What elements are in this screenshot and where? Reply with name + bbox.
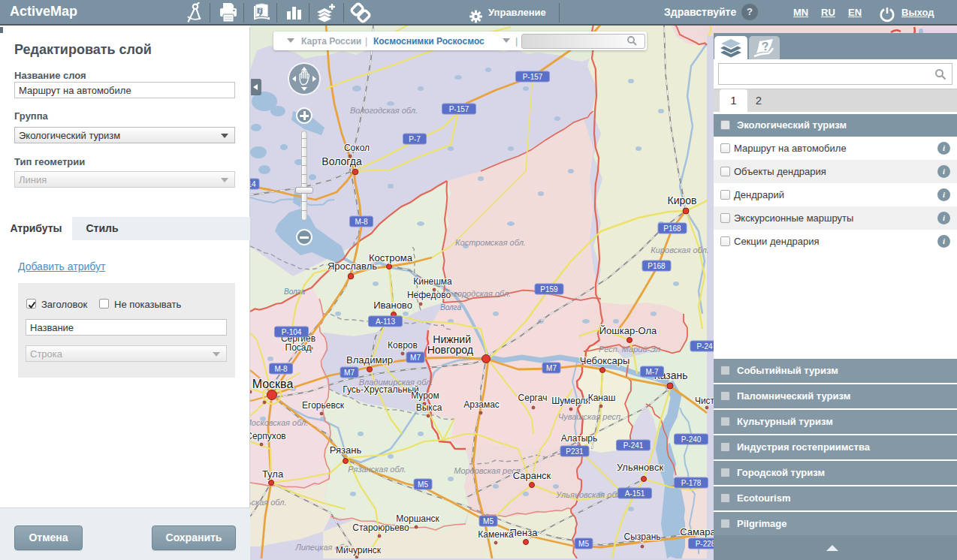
svg-text:Р-157: Р-157 (523, 73, 543, 81)
svg-text:Москва: Москва (252, 378, 294, 390)
svg-text:Кинешма: Кинешма (413, 276, 452, 287)
svg-text:Ковров: Ковров (388, 340, 418, 351)
svg-text:Алатырь: Алатырь (561, 433, 597, 444)
svg-text:Вологда: Вологда (322, 155, 362, 167)
svg-text:Гусь-Хрустальный: Гусь-Хрустальный (343, 384, 418, 395)
svg-text:Выкса: Выкса (416, 402, 442, 413)
svg-text:14: 14 (250, 180, 256, 188)
svg-text:Тула: Тула (262, 468, 284, 480)
svg-text:Р-178: Р-178 (681, 479, 702, 487)
svg-text:Йошкар-Ола: Йошкар-Ола (599, 325, 657, 336)
svg-text:Р168: Р168 (663, 224, 681, 233)
svg-text:?: ? (761, 39, 770, 53)
svg-text:Ульяновская обл.: Ульяновская обл. (555, 490, 623, 499)
svg-text:Р-157: Р-157 (449, 105, 469, 113)
svg-text:М5: М5 (418, 480, 428, 489)
svg-text:льская обл.: льская обл. (250, 498, 287, 507)
svg-text:Нефедово: Нефедово (407, 290, 451, 300)
svg-text:Саранск: Саранск (513, 470, 551, 481)
svg-text:Каменка: Каменка (478, 529, 514, 540)
svg-text:Костромская обл.: Костромская обл. (455, 238, 526, 247)
svg-text:Рязанская обл.: Рязанская обл. (348, 465, 406, 474)
svg-text:Мичуринск: Мичуринск (336, 545, 382, 555)
svg-text:М5: М5 (483, 517, 494, 525)
svg-text:Р168: Р168 (648, 262, 666, 270)
svg-text:Чист: Чист (695, 396, 715, 406)
svg-text:Муром: Муром (411, 390, 439, 401)
svg-text:М7: М7 (546, 364, 557, 372)
svg-text:Арзамас: Арзамас (463, 399, 500, 410)
svg-text:Вологодская обл.: Вологодская обл. (350, 106, 418, 115)
svg-text:Канаш: Канаш (588, 393, 616, 403)
svg-text:А-113: А-113 (376, 318, 395, 326)
svg-text:Волга: Волга (440, 303, 461, 312)
svg-text:Р-240: Р-240 (681, 435, 702, 444)
svg-text:Пенза: Пенза (510, 527, 539, 538)
svg-text:Кировская обл.: Кировская обл. (651, 245, 708, 254)
svg-text:Р159: Р159 (540, 285, 558, 294)
svg-text:Сокол: Сокол (344, 143, 370, 153)
svg-text:Шумерля: Шумерля (551, 396, 590, 406)
svg-text:Р-7: Р-7 (409, 135, 421, 143)
svg-text:Р-24: Р-24 (696, 342, 713, 351)
svg-text:Егорьевск: Егорьевск (302, 400, 345, 411)
svg-text:Староюрьево: Староюрьево (352, 522, 409, 533)
svg-text:Р-228: Р-228 (696, 540, 716, 548)
svg-text:М7: М7 (344, 369, 355, 377)
svg-text:Киров: Киров (668, 194, 697, 206)
svg-text:М-8: М-8 (355, 218, 368, 226)
svg-text:Кострома: Кострома (369, 252, 413, 263)
svg-text:Посад: Посад (285, 342, 312, 353)
svg-text:Р231: Р231 (566, 447, 584, 456)
svg-text:Р-241: Р-241 (623, 441, 644, 450)
svg-text:М-7: М-7 (645, 368, 659, 376)
svg-text:Сергач: Сергач (518, 393, 548, 403)
svg-text:А-151: А-151 (625, 489, 645, 498)
svg-text:Чебоксары: Чебоксары (580, 355, 630, 366)
svg-text:Серпухов: Серпухов (250, 431, 286, 441)
svg-text:Иваново: Иваново (373, 300, 412, 311)
svg-text:Чувашская респ.: Чувашская респ. (558, 412, 623, 421)
svg-text:Владимир: Владимир (346, 354, 393, 366)
svg-text:Волга: Волга (284, 288, 305, 296)
svg-text:Ульяновск: Ульяновск (617, 462, 663, 473)
svg-text:Самара: Самара (680, 526, 716, 537)
svg-text:Сызрань: Сызрань (623, 531, 660, 542)
svg-text:Новгород: Новгород (427, 344, 473, 356)
svg-text:М7: М7 (410, 354, 421, 362)
svg-text:Р-104: Р-104 (282, 328, 302, 336)
svg-text:М5: М5 (578, 540, 589, 548)
svg-text:Рязань: Рязань (330, 444, 362, 456)
svg-text:Респ. Марий-Эл: Респ. Марий-Эл (599, 345, 660, 354)
svg-text:М-8: М-8 (274, 365, 288, 373)
svg-text:Московская обл.: Московская обл. (250, 418, 308, 427)
